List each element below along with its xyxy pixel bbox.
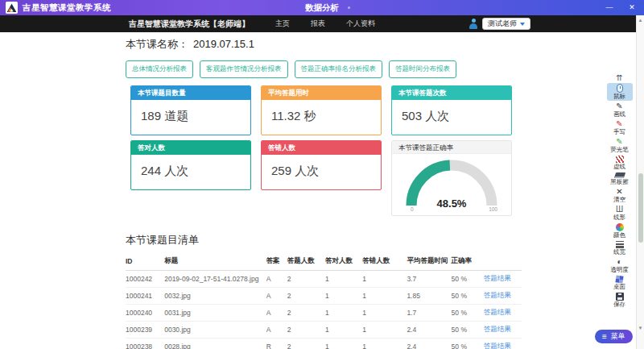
app-window: 吉星智慧课堂教学系统 数据分析 — ✕ 吉星智慧课堂教学系统【老师端】 主页报表… [0, 0, 644, 349]
toolbar-item-clear[interactable]: ✕清空 [607, 187, 633, 204]
report-button[interactable]: 客观题作答情况分析报表 [200, 60, 288, 78]
table-cell: A [266, 288, 287, 305]
table-row: 10002390030.jpgA2112.450 %答题结果 [126, 322, 522, 339]
toolbar-item-color[interactable]: 颜色 [607, 222, 633, 239]
stat-card-title: 本节课题目数量 [131, 86, 250, 100]
nav-item-2[interactable]: 个人资料 [346, 19, 375, 29]
app-navbar: 吉星智慧课堂教学系统【老师端】 主页报表个人资料 测试老师 [0, 15, 644, 32]
accuracy-gauge-card: 本节课答题正确率 48.5% 0 100 [391, 140, 512, 216]
toolbar-item-label: 虚线 [613, 163, 625, 170]
user-name: 测试老师 [488, 19, 517, 29]
report-button[interactable]: 总体情况分析报表 [126, 60, 193, 78]
table-header-cell: 答对人数 [325, 253, 362, 271]
toolbar-item-desktop[interactable]: 桌面 [607, 275, 633, 291]
scroll-up-icon[interactable]: ▲ [637, 18, 644, 23]
answer-result-link[interactable]: 答题结果 [484, 308, 511, 316]
toolbar-item-label: 颜色 [613, 231, 625, 239]
window-brand: 吉星智慧课堂教学系统 [23, 2, 111, 14]
toolbar-item-label: 黑板擦 [610, 178, 629, 185]
stat-card: 答对人数244 人次 [130, 140, 251, 190]
stat-card: 平均答题用时11.32 秒 [261, 85, 382, 135]
table-cell: 1000238 [126, 339, 164, 349]
toolbar-item-label: 透明度 [610, 266, 629, 273]
toolbar-item-handwrite[interactable]: ✎手写 [607, 119, 633, 136]
table-cell: 答题结果 [484, 305, 522, 322]
toolbar-item-highlighter[interactable]: ✎荧光笔 [607, 137, 633, 154]
toolbar-item-draw-line[interactable]: ✎画线 [607, 102, 633, 118]
answer-result-link[interactable]: 答题结果 [484, 291, 511, 299]
table-title: 本节课题目清单 [126, 233, 523, 247]
toolbar-item-label: 清空 [613, 196, 625, 203]
table-cell: 50 % [452, 322, 484, 339]
table-cell: 3.7 [407, 271, 451, 288]
close-icon[interactable]: ✕ [626, 0, 638, 15]
user-dropdown-button[interactable]: 测试老师 [482, 18, 530, 30]
toolbar-item-line-shape[interactable]: Ш线形 [607, 205, 633, 222]
table-cell: R [266, 339, 287, 349]
table-cell: A [266, 305, 287, 322]
table-header-cell: 答题人数 [287, 253, 325, 271]
main-content: 本节课名称：2019.07.15.1 总体情况分析报表客观题作答情况分析报表答题… [0, 32, 644, 349]
navbar-brand: 吉星智慧课堂教学系统【老师端】 [129, 19, 250, 30]
table-cell: 1 [325, 322, 362, 339]
toolbar-item-save[interactable]: 保存 [607, 292, 633, 309]
table-cell: 1 [362, 339, 407, 349]
toolbar-item-eraser[interactable]: 黑板擦 [607, 172, 633, 186]
table-cell: 1 [325, 339, 362, 349]
table-cell: 答题结果 [484, 339, 522, 349]
toolbar-item-label: 手写 [613, 128, 625, 135]
scroll-down-icon[interactable]: ▼ [637, 326, 644, 330]
table-header-cell: 标题 [164, 253, 266, 271]
table-cell: 1 [362, 322, 407, 339]
toolbar-item-dashed-line[interactable]: 虚线 [607, 155, 633, 171]
question-list-section: 本节课题目清单 ID标题答案答题人数答对人数答错人数平均答题时间正确率 1000… [126, 233, 523, 349]
navbar-menu: 主页报表个人资料 [275, 19, 375, 29]
stat-card-value: 503 人次 [392, 100, 511, 124]
stat-card-title: 答对人数 [131, 141, 250, 155]
table-header-cell: 正确率 [452, 253, 484, 271]
table-row: 10002400031.jpgA2111.750 %答题结果 [126, 305, 522, 322]
answer-result-link[interactable]: 答题结果 [484, 274, 511, 282]
user-avatar-icon [469, 19, 478, 29]
nav-item-0[interactable]: 主页 [275, 19, 290, 29]
toolbar-item-opacity[interactable]: ◐透明度 [607, 257, 633, 274]
table-cell: A [266, 322, 287, 339]
table-cell: 答题结果 [484, 271, 522, 288]
report-button[interactable]: 答题时间分布报表 [389, 60, 456, 78]
table-header-cell: 答案 [266, 253, 287, 271]
minimize-icon[interactable]: — [604, 0, 615, 15]
report-button[interactable]: 答题正确率排名分析报表 [295, 60, 383, 78]
color-icon [616, 223, 624, 231]
collapse-up-icon: ⇈ [616, 74, 622, 81]
table-cell: 2.4 [407, 339, 451, 349]
table-row: 10002422019-09-02_17-51-41.0278.jpgA2113… [126, 271, 522, 288]
table-header-cell: 答错人数 [362, 253, 407, 271]
scrollbar[interactable]: ▲ ▼ [636, 15, 644, 349]
table-cell: 1 [325, 271, 362, 288]
table-cell: 0030.jpg [164, 322, 266, 339]
table-header-cell: ID [126, 253, 164, 271]
table-cell: 0032.jpg [164, 288, 266, 305]
answer-result-link[interactable]: 答题结果 [484, 325, 511, 333]
menu-button[interactable]: ≡ 菜单 [595, 330, 633, 343]
line-width-icon [616, 241, 624, 248]
table-cell: 2 [287, 339, 325, 349]
question-table: ID标题答案答题人数答对人数答错人数平均答题时间正确率 10002422019-… [126, 253, 522, 349]
stat-card: 本节课题目数量189 道题 [130, 85, 251, 135]
nav-item-1[interactable]: 报表 [311, 19, 325, 29]
scrollbar-thumb[interactable] [638, 173, 643, 243]
dashed-line-icon [616, 156, 624, 163]
gauge-min-label: 0 [411, 206, 414, 212]
answer-result-link[interactable]: 答题结果 [484, 342, 511, 349]
table-cell: 1000240 [126, 305, 164, 322]
window-titlebar: 吉星智慧课堂教学系统 数据分析 — ✕ [0, 0, 644, 15]
table-cell: 50 % [452, 271, 484, 288]
table-cell: 2 [287, 322, 325, 339]
toolbar-collapse[interactable]: ⇈ [607, 73, 633, 82]
table-cell: 0031.jpg [164, 305, 266, 322]
toolbar-item-mouse[interactable]: 鼠标 [607, 83, 633, 101]
title-dot [348, 6, 350, 9]
table-cell: 1.7 [407, 305, 451, 322]
toolbar-item-label: 鼠标 [613, 93, 625, 100]
toolbar-item-line-width[interactable]: 线宽 [607, 240, 633, 256]
